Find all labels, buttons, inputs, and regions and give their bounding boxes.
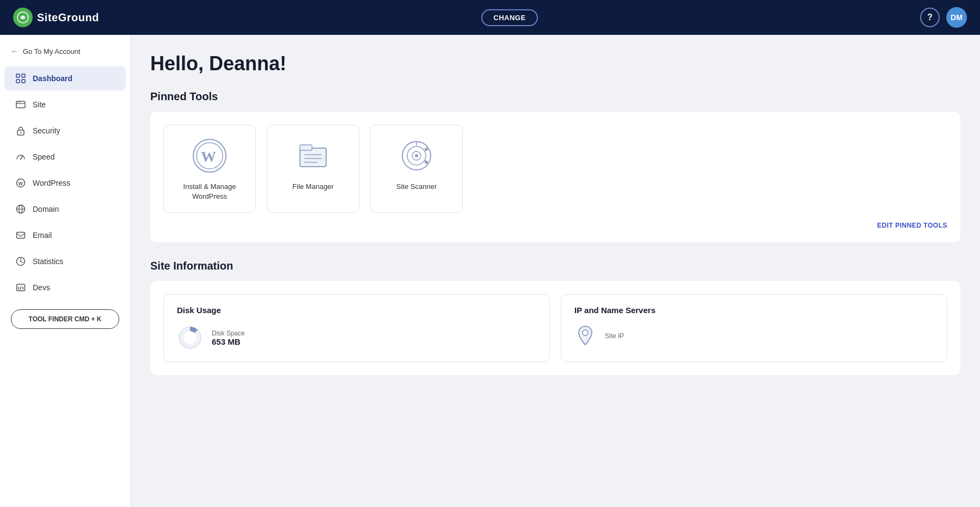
disk-space-label: Disk Space xyxy=(212,329,245,337)
location-icon xyxy=(574,325,596,346)
svg-rect-1 xyxy=(16,74,20,77)
site-ip-info: Site IP xyxy=(605,331,624,340)
svg-rect-26 xyxy=(300,148,326,167)
wordpress-tool-icon: W xyxy=(190,136,229,175)
ip-row: Site IP xyxy=(574,325,934,346)
svg-rect-4 xyxy=(22,80,25,83)
site-ip-label: Site IP xyxy=(605,332,624,340)
sidebar-item-domain-label: Domain xyxy=(33,205,59,213)
logo-area: SiteGround xyxy=(13,8,99,27)
disk-usage-chart xyxy=(177,325,203,351)
speed-icon xyxy=(15,151,26,162)
sidebar-item-security[interactable]: Security xyxy=(4,119,126,143)
sidebar-item-wordpress[interactable]: W WordPress xyxy=(4,171,126,195)
lock-icon xyxy=(15,125,26,136)
stats-icon xyxy=(15,256,26,267)
site-scanner-label: Site Scanner xyxy=(396,182,437,192)
ip-servers-title: IP and Name Servers xyxy=(574,306,934,315)
file-manager-tool-icon xyxy=(293,136,333,175)
disk-space-value: 653 MB xyxy=(212,337,245,346)
sidebar-item-speed-label: Speed xyxy=(33,152,54,161)
logo-text: SiteGround xyxy=(37,11,99,24)
sidebar-item-dashboard[interactable]: Dashboard xyxy=(4,66,126,90)
svg-point-38 xyxy=(425,148,428,151)
svg-point-12 xyxy=(20,158,21,160)
sidebar-item-site-label: Site xyxy=(33,100,46,109)
disk-usage-title: Disk Usage xyxy=(177,306,536,315)
edit-pinned-tools-link[interactable]: EDIT PINNED TOOLS xyxy=(163,222,947,229)
site-info-card: Disk Usage Disk Space 653 MB xyxy=(150,281,960,375)
sidebar-item-domain[interactable]: Domain xyxy=(4,197,126,221)
sidebar-item-email-label: Email xyxy=(33,231,52,240)
grid-icon xyxy=(15,73,26,84)
tool-card-site-scanner[interactable]: Site Scanner xyxy=(370,125,463,213)
pinned-tools-title: Pinned Tools xyxy=(150,90,960,103)
back-to-account-link[interactable]: ← Go To My Account xyxy=(0,41,130,61)
top-navigation: SiteGround CHANGE ? DM xyxy=(0,0,980,35)
pinned-tools-section: Pinned Tools W Install & Manage WordPres… xyxy=(150,90,960,242)
pinned-tools-card: W Install & Manage WordPress xyxy=(150,112,960,242)
change-button[interactable]: CHANGE xyxy=(481,9,537,26)
back-link-label: Go To My Account xyxy=(23,47,80,56)
svg-point-7 xyxy=(17,102,19,103)
wp-icon: W xyxy=(15,178,26,188)
disk-space-info: Disk Space 653 MB xyxy=(212,329,245,346)
disk-usage-panel: Disk Usage Disk Space 653 MB xyxy=(163,294,550,362)
disk-usage-row: Disk Space 653 MB xyxy=(177,325,536,351)
site-info-title: Site Information xyxy=(150,260,960,272)
globe-icon xyxy=(15,204,26,215)
site-information-section: Site Information Disk Usage xyxy=(150,260,960,375)
site-scanner-tool-icon xyxy=(397,136,436,175)
svg-point-39 xyxy=(425,161,428,164)
svg-point-8 xyxy=(19,102,20,103)
tool-finder-button[interactable]: TOOL FINDER CMD + K xyxy=(11,309,119,329)
help-button[interactable]: ? xyxy=(920,8,940,27)
svg-rect-3 xyxy=(16,80,20,83)
svg-point-41 xyxy=(183,331,197,344)
logo-icon xyxy=(13,8,33,27)
site-info-grid: Disk Usage Disk Space 653 MB xyxy=(163,294,947,362)
email-icon xyxy=(15,230,26,241)
svg-point-42 xyxy=(583,330,588,335)
svg-rect-2 xyxy=(22,74,25,77)
svg-point-34 xyxy=(415,154,418,157)
sidebar: ← Go To My Account Dashboard xyxy=(0,35,131,507)
page-greeting: Hello, Deanna! xyxy=(150,52,960,75)
tool-card-file-manager[interactable]: File Manager xyxy=(267,125,359,213)
file-manager-label: File Manager xyxy=(292,182,334,192)
tool-card-install-wordpress[interactable]: W Install & Manage WordPress xyxy=(163,125,256,213)
sidebar-item-devs[interactable]: Devs xyxy=(4,276,126,300)
nav-right: ? DM xyxy=(920,7,967,28)
svg-text:W: W xyxy=(201,148,216,165)
sidebar-item-security-label: Security xyxy=(33,126,60,135)
ip-servers-panel: IP and Name Servers Site IP xyxy=(561,294,947,362)
devs-icon xyxy=(15,282,26,293)
site-icon xyxy=(15,99,26,110)
install-wordpress-label: Install & Manage WordPress xyxy=(173,182,247,201)
sidebar-item-statistics[interactable]: Statistics xyxy=(4,249,126,273)
svg-line-22 xyxy=(20,286,21,290)
svg-point-20 xyxy=(20,261,21,262)
svg-text:W: W xyxy=(19,181,23,186)
svg-rect-18 xyxy=(17,233,25,239)
sidebar-item-speed[interactable]: Speed xyxy=(4,145,126,169)
sidebar-item-email[interactable]: Email xyxy=(4,223,126,247)
sidebar-item-site[interactable]: Site xyxy=(4,93,126,117)
main-content: Hello, Deanna! Pinned Tools W xyxy=(131,35,980,507)
sidebar-item-statistics-label: Statistics xyxy=(33,257,63,266)
pinned-tools-grid: W Install & Manage WordPress xyxy=(163,125,947,213)
back-arrow-icon: ← xyxy=(11,47,19,56)
user-avatar-button[interactable]: DM xyxy=(946,7,967,28)
svg-point-10 xyxy=(20,132,21,133)
sidebar-item-wordpress-label: WordPress xyxy=(33,179,70,187)
sidebar-item-dashboard-label: Dashboard xyxy=(33,74,72,83)
sidebar-item-devs-label: Devs xyxy=(33,283,50,292)
svg-rect-27 xyxy=(300,145,312,150)
